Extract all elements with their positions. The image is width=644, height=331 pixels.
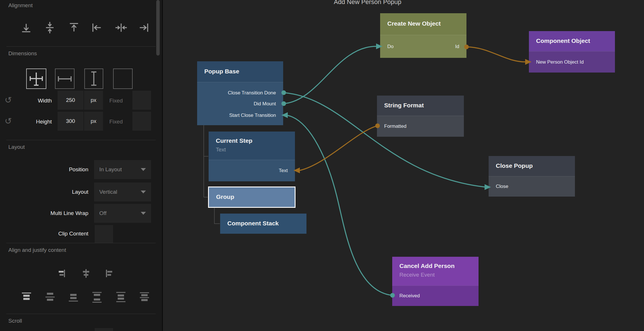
node-title: Create New Object <box>387 20 441 27</box>
node-header: Create New Object <box>380 13 466 35</box>
node-subtitle: Text <box>216 147 226 153</box>
node-current-step[interactable]: Current Step Text Text <box>209 132 295 181</box>
layout-dropdown[interactable]: Vertical <box>94 182 151 201</box>
clip-content-label: Clip Content <box>31 231 88 237</box>
clip-content-checkbox[interactable] <box>95 225 113 243</box>
height-mode-dropdown[interactable]: Fixed <box>109 119 123 125</box>
canvas-title: Add New Person Popup <box>334 0 401 6</box>
align-content-right-icon[interactable] <box>56 268 67 279</box>
node-component-stack[interactable]: Component Stack <box>220 214 306 234</box>
node-component-object[interactable]: Component Object New Person Object Id <box>529 31 615 73</box>
height-label: Height <box>9 119 52 125</box>
multi-line-wrap-dropdown[interactable]: Off <box>94 204 151 223</box>
size-mode-horizontal-button[interactable] <box>55 69 75 89</box>
node-title: Popup Base <box>204 68 239 75</box>
chevron-down-icon <box>141 168 146 171</box>
node-close-popup[interactable]: Close Popup Close <box>489 156 575 197</box>
multi-line-wrap-label: Multi Line Wrap <box>31 210 88 216</box>
section-title-scroll: Scroll <box>8 318 22 324</box>
justify-top-icon[interactable] <box>21 292 32 303</box>
node-title: Group <box>216 193 234 200</box>
size-mode-vertical-button[interactable] <box>84 69 103 89</box>
size-mode-none-button[interactable] <box>113 69 133 89</box>
node-body: Close <box>489 176 575 197</box>
scroll-checkbox-partial[interactable] <box>95 328 113 331</box>
align-top-icon[interactable] <box>68 21 80 34</box>
port-label-close[interactable]: Close <box>496 184 508 189</box>
port-label-do[interactable]: Do <box>387 44 394 50</box>
section-title-layout: Layout <box>8 144 25 150</box>
node-title: Component Stack <box>227 220 279 227</box>
section-title-align-justify: Align and justify content <box>8 247 66 253</box>
layout-label: Layout <box>31 189 88 195</box>
node-title: String Format <box>384 102 424 109</box>
port-label-new-person-object-id[interactable]: New Person Object Id <box>536 59 584 65</box>
align-right-icon[interactable] <box>138 21 150 34</box>
section-title-alignment: Alignment <box>8 2 33 9</box>
node-header: String Format <box>377 96 464 116</box>
node-subtitle: Receive Event <box>399 272 435 278</box>
width-input[interactable]: 250 <box>58 91 83 110</box>
node-popup-base[interactable]: Popup Base Close Transition Done Did Mou… <box>197 61 283 125</box>
port-label-received[interactable]: Received <box>399 293 420 299</box>
align-content-left-icon[interactable] <box>104 268 115 279</box>
node-group-selected[interactable]: Group <box>208 187 296 208</box>
port-label-start-close-transition[interactable]: Start Close Transition <box>229 113 276 118</box>
port-label-text[interactable]: Text <box>279 168 288 174</box>
node-body: Text <box>209 160 295 181</box>
height-input[interactable]: 300 <box>58 112 83 131</box>
node-body: Received <box>392 286 479 306</box>
node-title: Close Popup <box>496 162 533 169</box>
node-body: New Person Object Id <box>529 51 615 73</box>
position-label: Position <box>31 166 88 173</box>
port-label-close-transition-done[interactable]: Close Transition Done <box>228 90 276 96</box>
node-body: Do Id <box>380 35 466 58</box>
width-unit-button[interactable]: px <box>84 91 103 110</box>
port-label-formatted[interactable]: Formatted <box>384 123 406 129</box>
port-label-id[interactable]: Id <box>455 44 459 50</box>
align-left-icon[interactable] <box>90 21 103 34</box>
size-mode-both-button[interactable] <box>26 69 46 89</box>
justify-space-between-icon[interactable] <box>91 292 103 303</box>
chevron-down-icon <box>141 191 146 193</box>
node-body: Close Transition Done Did Mount Start Cl… <box>197 82 283 125</box>
justify-space-evenly-icon[interactable] <box>139 292 150 303</box>
align-vertical-center-icon[interactable] <box>43 21 56 34</box>
position-dropdown[interactable]: In Layout <box>94 160 151 179</box>
node-title: Cancel Add Person <box>399 262 455 269</box>
position-value: In Layout <box>99 166 122 173</box>
height-unit-button[interactable]: px <box>84 112 103 131</box>
properties-panel: Alignment Dimensions <box>0 0 163 331</box>
node-header: Component Object <box>529 31 615 51</box>
node-body: Formatted <box>377 116 464 137</box>
justify-space-around-icon[interactable] <box>115 292 127 303</box>
section-title-dimensions: Dimensions <box>8 50 37 57</box>
justify-bottom-icon[interactable] <box>68 292 79 303</box>
node-header: Current Step Text <box>209 132 295 160</box>
node-header: Cancel Add Person Receive Event <box>392 257 479 286</box>
align-horizontal-center-icon[interactable] <box>115 21 127 34</box>
panel-scrollbar-thumb[interactable] <box>156 0 160 56</box>
multi-line-wrap-value: Off <box>99 210 106 216</box>
width-mode-checkbox[interactable] <box>132 91 151 110</box>
align-content-center-icon[interactable] <box>81 268 91 279</box>
node-header: Popup Base <box>197 61 283 82</box>
node-string-format[interactable]: String Format Formatted <box>377 96 464 137</box>
justify-center-icon[interactable] <box>44 292 56 303</box>
port-label-did-mount[interactable]: Did Mount <box>254 101 276 107</box>
node-header: Close Popup <box>489 156 575 176</box>
node-title: Current Step <box>216 137 252 144</box>
chevron-down-icon <box>141 212 146 215</box>
node-title: Component Object <box>536 37 590 44</box>
height-mode-checkbox[interactable] <box>132 112 151 131</box>
width-label: Width <box>9 98 52 104</box>
layout-value: Vertical <box>99 189 117 195</box>
node-create-new-object[interactable]: Create New Object Do Id <box>380 13 466 58</box>
width-mode-dropdown[interactable]: Fixed <box>109 98 123 104</box>
align-bottom-icon[interactable] <box>20 21 33 34</box>
node-cancel-add-person[interactable]: Cancel Add Person Receive Event Received <box>392 257 479 306</box>
